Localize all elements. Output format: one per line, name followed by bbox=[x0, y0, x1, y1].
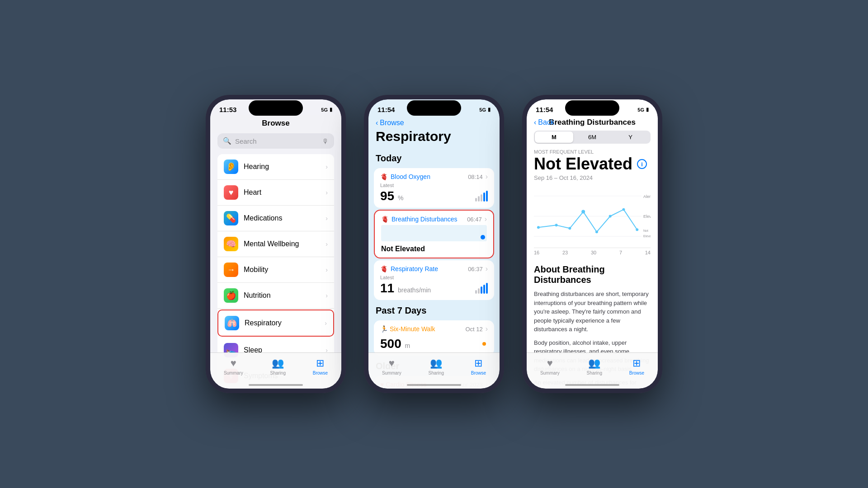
x-label-5: 14 bbox=[645, 250, 651, 255]
status-icons-1: 5G ▮ bbox=[321, 107, 332, 113]
sixmin-card[interactable]: 🏃 Six-Minute Walk Oct 12 › 500 m bbox=[374, 320, 494, 356]
time-2: 11:54 bbox=[377, 106, 395, 113]
tab-summary-2[interactable]: ♥ Summary bbox=[382, 357, 401, 375]
time-option-m[interactable]: M bbox=[535, 131, 573, 143]
summary-icon-1: ♥ bbox=[231, 357, 236, 369]
search-bar[interactable]: 🔍 Search 🎙 bbox=[217, 133, 334, 149]
menu-item-mental[interactable]: 🧠 Mental Wellbeing › bbox=[217, 231, 334, 257]
phone3-screen: 11:54 5G ▮ ‹ Back Breathing Disturbances… bbox=[527, 99, 658, 389]
back-label-2: Browse bbox=[380, 119, 404, 127]
respiratory-rate-card[interactable]: 🫀 Respiratory Rate 06:37 › Latest 11 bre… bbox=[374, 260, 494, 300]
svg-point-4 bbox=[555, 224, 558, 226]
summary-label-1: Summary bbox=[224, 371, 243, 375]
tab-browse-1[interactable]: ⊞ Browse bbox=[313, 357, 328, 375]
x-label-3: 30 bbox=[591, 250, 596, 255]
phone2-screen: 11:54 5G ▮ ‹ Browse Respiratory Today 🫀 bbox=[368, 99, 500, 389]
menu-item-medications[interactable]: 💊 Medications › bbox=[217, 206, 334, 231]
about-title: About Breathing Disturbances bbox=[534, 264, 651, 285]
dynamic-island-2 bbox=[407, 100, 461, 116]
blood-oxygen-chevron: › bbox=[486, 173, 488, 181]
dynamic-island-1 bbox=[249, 100, 303, 116]
respiratory-rate-time: 06:37 bbox=[468, 266, 483, 272]
blood-oxygen-title: 🫀 Blood Oxygen bbox=[380, 173, 430, 180]
breathing-disturbances-title: 🫀 Breathing Disturbances bbox=[381, 216, 458, 223]
resp-rate-chevron: › bbox=[486, 265, 488, 273]
summary-label-2: Summary bbox=[382, 371, 401, 375]
browse-label-2: Browse bbox=[471, 371, 486, 375]
blood-oxygen-card[interactable]: 🫀 Blood Oxygen 08:14 › Latest 95 % bbox=[374, 168, 494, 208]
tab-bar-3: ♥ Summary 👥 Sharing ⊞ Browse bbox=[527, 352, 658, 389]
past7days-header: Past 7 Days bbox=[368, 302, 500, 319]
x-label-4: 7 bbox=[619, 250, 622, 255]
nutrition-icon: 🍎 bbox=[224, 288, 238, 303]
info-icon[interactable]: i bbox=[637, 159, 647, 169]
mobility-chevron: › bbox=[326, 266, 328, 273]
battery-icon-1: ▮ bbox=[330, 107, 332, 113]
battery-icon-2: ▮ bbox=[488, 107, 491, 113]
back-chevron-3: ‹ bbox=[534, 118, 536, 127]
sharing-label-2: Sharing bbox=[428, 371, 443, 375]
heart-chevron: › bbox=[326, 189, 328, 196]
browse-header: Browse bbox=[210, 115, 341, 133]
sharing-icon-3: 👥 bbox=[588, 357, 600, 369]
blood-oxygen-time: 08:14 bbox=[468, 174, 483, 180]
svg-text:Alerts: Alerts bbox=[643, 194, 651, 199]
svg-text:Elevated: Elevated bbox=[643, 214, 651, 219]
time-option-6m[interactable]: 6M bbox=[573, 131, 612, 143]
svg-point-7 bbox=[595, 230, 598, 233]
breathing-chart: Alerts Elevated Not Elevated bbox=[534, 185, 651, 248]
breathing-time: 06:47 bbox=[467, 216, 482, 223]
network-2: 5G bbox=[479, 107, 486, 113]
tab-bar-1: ♥ Summary 👥 Sharing ⊞ Browse bbox=[210, 352, 341, 389]
summary-label-3: Summary bbox=[540, 371, 560, 375]
menu-item-mobility[interactable]: → Mobility › bbox=[217, 257, 334, 283]
heart-icon: ♥ bbox=[224, 185, 238, 200]
browse-icon-3: ⊞ bbox=[632, 357, 641, 369]
sharing-label-1: Sharing bbox=[270, 371, 285, 375]
resp-rate-icon: 🫀 bbox=[380, 265, 388, 272]
sixmin-header: 🏃 Six-Minute Walk Oct 12 › bbox=[374, 320, 494, 335]
breathing-disturbances-header: 🫀 Breathing Disturbances 06:47 › bbox=[375, 211, 493, 225]
medications-icon: 💊 bbox=[224, 211, 238, 225]
sixmin-value: 500 m bbox=[380, 337, 410, 351]
medications-chevron: › bbox=[326, 215, 328, 222]
tab-sharing-1[interactable]: 👥 Sharing bbox=[270, 357, 285, 375]
breathing-chevron: › bbox=[485, 215, 487, 223]
hearing-chevron: › bbox=[326, 163, 328, 170]
big-value-text: Not Elevated bbox=[534, 155, 632, 174]
menu-item-nutrition[interactable]: 🍎 Nutrition › bbox=[217, 283, 334, 309]
date-range: Sep 16 – Oct 16, 2024 bbox=[527, 174, 658, 185]
menu-item-hearing[interactable]: 👂 Hearing › bbox=[217, 154, 334, 180]
browse-label-1: Browse bbox=[313, 371, 328, 375]
menu-item-heart[interactable]: ♥ Heart › bbox=[217, 180, 334, 206]
menu-item-respiratory[interactable]: 🫁 Respiratory › bbox=[217, 310, 334, 337]
summary-icon-2: ♥ bbox=[389, 357, 395, 369]
tab-browse-2[interactable]: ⊞ Browse bbox=[471, 357, 486, 375]
nutrition-label: Nutrition bbox=[244, 291, 326, 300]
tab-summary-3[interactable]: ♥ Summary bbox=[540, 357, 560, 375]
big-value-container: Not Elevated i bbox=[527, 155, 658, 174]
breathing-chart-mini bbox=[381, 225, 487, 241]
detail-title: Breathing Disturbances bbox=[549, 118, 636, 127]
about-paragraph-1: Breathing disturbances are short, tempor… bbox=[534, 290, 651, 334]
time-option-y[interactable]: Y bbox=[611, 131, 650, 143]
sixmin-date: Oct 12 bbox=[465, 326, 482, 333]
detail-back[interactable]: ‹ Back bbox=[534, 118, 554, 127]
tab-bar-2: ♥ Summary 👥 Sharing ⊞ Browse bbox=[368, 352, 500, 389]
svg-point-6 bbox=[581, 210, 585, 214]
chart-area: Alerts Elevated Not Elevated bbox=[534, 185, 651, 248]
tab-sharing-3[interactable]: 👥 Sharing bbox=[586, 357, 602, 375]
mobility-label: Mobility bbox=[244, 266, 326, 274]
breathing-not-elevated: Not Elevated bbox=[375, 241, 493, 258]
tab-sharing-2[interactable]: 👥 Sharing bbox=[428, 357, 443, 375]
tab-summary-1[interactable]: ♥ Summary bbox=[224, 357, 243, 375]
breathing-disturbances-card[interactable]: 🫀 Breathing Disturbances 06:47 › Not Ele… bbox=[374, 210, 494, 258]
time-1: 11:53 bbox=[219, 106, 236, 113]
blood-oxygen-icon: 🫀 bbox=[380, 173, 388, 180]
chart-x-labels: 16 23 30 7 14 bbox=[527, 248, 658, 257]
nav-back-2[interactable]: ‹ Browse bbox=[368, 115, 500, 127]
dynamic-island-3 bbox=[565, 100, 619, 116]
mental-icon: 🧠 bbox=[224, 237, 238, 251]
heart-label: Heart bbox=[244, 188, 326, 197]
tab-browse-3[interactable]: ⊞ Browse bbox=[629, 357, 644, 375]
